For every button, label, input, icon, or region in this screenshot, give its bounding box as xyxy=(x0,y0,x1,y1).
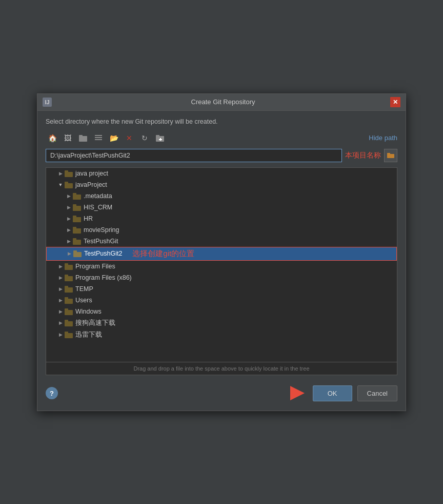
svg-rect-13 xyxy=(65,170,68,172)
expand-arrow-icon[interactable]: ▶ xyxy=(65,215,73,223)
svg-rect-29 xyxy=(65,263,68,265)
dialog-body: Select directory where the new Git repos… xyxy=(37,111,406,411)
svg-rect-4 xyxy=(95,139,102,140)
delete-button[interactable]: ✕ xyxy=(123,131,136,145)
dialog-title: Create Git Repository xyxy=(56,98,390,106)
thumbnail-button[interactable]: 🖼 xyxy=(61,131,74,145)
folder-icon xyxy=(65,319,73,326)
list-button[interactable] xyxy=(92,131,105,145)
tree-item[interactable]: ▶.metadata xyxy=(46,190,397,202)
tree-item-label: HR xyxy=(84,215,93,222)
folder-icon xyxy=(65,285,73,293)
tree-item-label: javaProject xyxy=(75,181,107,188)
svg-rect-27 xyxy=(73,250,77,253)
help-button[interactable]: ? xyxy=(46,387,58,399)
svg-rect-24 xyxy=(73,240,81,245)
tree-item-label: Windows xyxy=(75,308,102,315)
cancel-button[interactable]: Cancel xyxy=(357,385,397,401)
description-text: Select directory where the new Git repos… xyxy=(46,118,397,125)
tree-item[interactable]: ▶Program Files (x86) xyxy=(46,272,397,283)
expand-arrow-icon[interactable]: ▼ xyxy=(56,181,65,189)
tree-item[interactable]: ▶HIS_CRM xyxy=(46,202,397,213)
path-annotation: 本项目名称 xyxy=(345,151,381,160)
tree-item-label: HIS_CRM xyxy=(84,204,112,211)
new-folder-button[interactable] xyxy=(153,131,167,145)
svg-rect-1 xyxy=(79,135,83,137)
folder-icon xyxy=(73,238,81,245)
folder-icon xyxy=(65,181,73,188)
tree-item[interactable]: ▶搜狗高速下载 xyxy=(46,317,397,329)
svg-rect-3 xyxy=(95,137,102,138)
folder-icon xyxy=(73,226,81,234)
svg-rect-20 xyxy=(73,217,81,222)
svg-rect-35 xyxy=(65,297,68,299)
tree-item[interactable]: ▶HR xyxy=(46,213,397,224)
expand-arrow-icon[interactable]: ▶ xyxy=(65,192,73,200)
svg-rect-37 xyxy=(65,308,68,311)
tree-item-label: TestPushGit xyxy=(84,238,118,245)
tree-item[interactable]: ▶Windows xyxy=(46,306,397,317)
folder-open-button[interactable]: 📂 xyxy=(107,131,120,145)
svg-rect-25 xyxy=(73,238,76,240)
tree-item[interactable]: ▶TestPushGit2选择创建git的位置 xyxy=(46,247,397,261)
refresh-button[interactable]: ↻ xyxy=(138,131,151,145)
expand-arrow-icon[interactable]: ▶ xyxy=(65,226,73,234)
tree-item[interactable]: ▶TestPushGit xyxy=(46,236,397,247)
expand-arrow-icon[interactable]: ▶ xyxy=(65,237,73,245)
tree-item-label: Program Files (x86) xyxy=(75,274,132,281)
tree-item[interactable]: ▶java project xyxy=(46,168,397,179)
tree-item[interactable]: ▶Program Files xyxy=(46,261,397,272)
tree-item[interactable]: ▼javaProject xyxy=(46,179,397,190)
path-input-row: 本项目名称 xyxy=(46,149,397,162)
svg-rect-38 xyxy=(65,321,73,326)
tree-item-label: java project xyxy=(75,170,108,177)
svg-rect-17 xyxy=(73,193,76,195)
expand-arrow-icon[interactable]: ▶ xyxy=(56,331,65,339)
svg-rect-12 xyxy=(65,172,73,177)
expand-arrow-icon[interactable]: ▶ xyxy=(65,249,73,258)
tree-item-label: Program Files xyxy=(75,263,115,270)
footer-buttons: OK Cancel xyxy=(290,385,397,401)
tree-item[interactable]: ▶TEMP xyxy=(46,283,397,295)
expand-arrow-icon[interactable]: ▶ xyxy=(56,169,65,178)
svg-rect-19 xyxy=(73,204,76,206)
folder-button[interactable] xyxy=(76,131,90,145)
folder-icon xyxy=(65,170,73,177)
expand-arrow-icon[interactable]: ▶ xyxy=(56,296,65,304)
toolbar: 🏠 🖼 📂 ✕ ↻ xyxy=(46,131,397,145)
hide-path-button[interactable]: Hide path xyxy=(369,134,397,142)
expand-arrow-icon[interactable]: ▶ xyxy=(56,319,65,327)
svg-rect-10 xyxy=(387,154,394,158)
tree-item-label: TEMP xyxy=(75,285,93,293)
svg-rect-36 xyxy=(65,310,73,315)
app-icon: IJ xyxy=(43,98,52,107)
expand-arrow-icon[interactable]: ▶ xyxy=(56,285,65,293)
ok-button[interactable]: OK xyxy=(313,385,352,401)
tree-item[interactable]: ▶movieSpring xyxy=(46,224,397,236)
tree-item-label: Users xyxy=(75,297,92,304)
svg-rect-39 xyxy=(65,320,68,322)
folder-icon xyxy=(73,204,81,211)
file-tree[interactable]: ▶java project▼javaProject▶.metadata▶HIS_… xyxy=(46,167,397,362)
svg-rect-2 xyxy=(95,135,102,136)
browse-button[interactable] xyxy=(384,149,397,162)
expand-arrow-icon[interactable]: ▶ xyxy=(56,274,65,282)
svg-rect-31 xyxy=(65,275,68,277)
folder-icon xyxy=(73,215,81,222)
expand-arrow-icon[interactable]: ▶ xyxy=(65,203,73,211)
close-button[interactable]: ✕ xyxy=(390,97,400,107)
svg-rect-23 xyxy=(73,227,76,229)
path-input[interactable] xyxy=(46,149,342,162)
tree-item[interactable]: ▶Users xyxy=(46,295,397,306)
expand-arrow-icon[interactable]: ▶ xyxy=(56,307,65,316)
folder-icon xyxy=(65,263,73,270)
svg-rect-16 xyxy=(73,195,81,200)
svg-rect-6 xyxy=(156,135,159,137)
svg-rect-28 xyxy=(65,265,73,270)
tree-item-label: movieSpring xyxy=(84,226,119,234)
expand-arrow-icon[interactable]: ▶ xyxy=(56,262,65,270)
tree-item[interactable]: ▶迅雷下载 xyxy=(46,329,397,341)
svg-rect-40 xyxy=(65,333,73,338)
title-bar: IJ Create Git Repository ✕ xyxy=(37,94,406,111)
home-button[interactable]: 🏠 xyxy=(46,131,59,145)
